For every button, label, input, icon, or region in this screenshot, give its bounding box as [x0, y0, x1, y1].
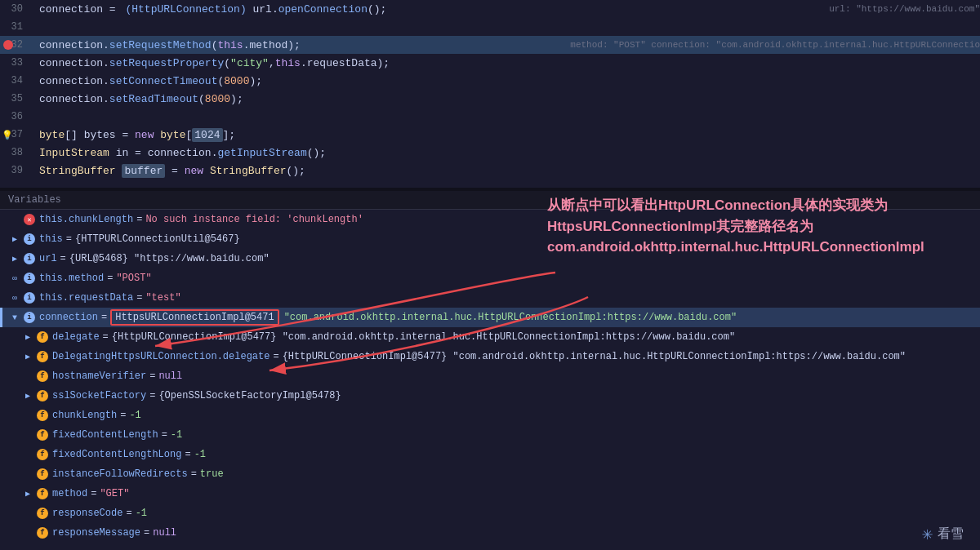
field-badge-icon: f [37, 488, 48, 499]
var-val: "POST" [116, 273, 151, 284]
expand-arrow[interactable]: ∞ [12, 274, 24, 283]
expand-arrow[interactable]: ∞ [12, 294, 24, 303]
code-content: InputStream in = connection.getInputStre… [33, 147, 980, 159]
code-content: connection.setRequestProperty("city",thi… [33, 57, 980, 69]
var-val: -1 [171, 429, 182, 441]
var-item-fixedContentLengthLong[interactable]: ffixedContentLengthLong = -1 [0, 445, 980, 464]
info-badge-icon: i [24, 233, 35, 245]
var-name: DelegatingHttpsURLConnection.delegate [52, 351, 270, 362]
field-badge-icon: f [37, 429, 48, 441]
var-val: null [158, 370, 182, 382]
code-line-36: 36 [0, 108, 980, 126]
info-badge-icon: i [24, 253, 35, 264]
var-item-method2[interactable]: ▶fmethod = "GET" [0, 484, 980, 503]
var-item-hostnameVerifier[interactable]: fhostnameVerifier = null [0, 366, 980, 386]
expand-arrow[interactable]: ▶ [12, 254, 24, 264]
error-badge-icon: ✕ [24, 214, 35, 225]
var-eq: = [136, 292, 142, 304]
code-content: connection.setConnectTimeout(8000); [33, 75, 980, 87]
field-badge-icon: f [37, 449, 48, 460]
var-eq: = [66, 233, 72, 245]
field-badge-icon: f [37, 508, 48, 519]
code-line-31: 31 [0, 18, 980, 36]
variables-panel: Variables ✕this.chunkLength = No such in… [0, 191, 980, 550]
expand-arrow[interactable]: ▶ [12, 234, 24, 244]
expand-arrow[interactable]: ▼ [12, 313, 24, 322]
var-item-requestData[interactable]: ∞ithis.requestData = "test" [0, 288, 980, 308]
var-item-url[interactable]: ▶iurl = {URL@5468} "https://www.baidu.co… [0, 249, 980, 268]
expand-arrow[interactable]: ▶ [25, 352, 37, 361]
field-badge-icon: f [37, 410, 48, 421]
var-val-right: "com.android.okhttp.internal.huc.HttpURL… [284, 312, 737, 323]
var-item-connection[interactable]: ▼iconnection = HttpsURLConnectionImpl@54… [0, 308, 980, 327]
var-name: delegate [52, 331, 100, 343]
code-content: byte[] bytes = new byte[1024]; [33, 129, 980, 141]
var-val: "GET" [100, 488, 129, 499]
expand-arrow[interactable]: ▶ [25, 391, 37, 401]
var-val: {HTTPURLConnectionUtil@5467} [75, 233, 240, 245]
field-badge-icon: f [37, 351, 48, 362]
code-line-33: 33 connection.setRequestProperty("city",… [0, 54, 980, 72]
code-line-32: 32 connection.setRequestMethod(this.meth… [0, 36, 980, 54]
var-eq: = [136, 214, 142, 225]
hint-icon: 💡 [2, 129, 13, 140]
watermark: ✳ 看雪 [922, 523, 964, 545]
var-item-responseMessage[interactable]: fresponseMessage = null [0, 523, 980, 543]
var-val: -1 [194, 449, 206, 460]
breakpoint-icon [3, 40, 13, 50]
code-content: StringBuffer buffer = new StringBuffer()… [33, 165, 980, 177]
var-item-instanceFollowRedirects[interactable]: finstanceFollowRedirects = true [0, 464, 980, 484]
var-eq: = [120, 410, 126, 421]
code-editor: 30 connection = (HttpURLConnection) url.… [0, 0, 980, 188]
field-badge-icon: f [37, 390, 48, 401]
var-val: "test" [145, 292, 180, 304]
var-val: {HttpURLConnectionImpl@5477} "com.androi… [112, 331, 735, 343]
var-item-delegate[interactable]: ▶fdelegate = {HttpURLConnectionImpl@5477… [0, 327, 980, 347]
variables-label: Variables [8, 194, 61, 206]
var-name: fixedContentLength [52, 429, 158, 441]
var-name: method [52, 488, 87, 499]
code-content: connection.setRequestMethod(this.method)… [33, 39, 554, 51]
var-val-left: HttpsURLConnectionImpl@5471 [110, 309, 278, 326]
expand-arrow[interactable]: ▶ [25, 332, 37, 342]
var-item-chunkLength[interactable]: fchunkLength = -1 [0, 406, 980, 425]
line-number: 36 [0, 111, 33, 122]
var-item-this[interactable]: ▶ithis = {HTTPURLConnectionUtil@5467} [0, 229, 980, 249]
info-badge-icon: i [24, 312, 35, 323]
var-eq: = [162, 429, 167, 441]
code-content: connection = (HttpURLConnection) url.ope… [33, 3, 813, 16]
var-item-responseCode[interactable]: fresponseCode = -1 [0, 503, 980, 523]
var-name: this [39, 233, 63, 245]
var-name: instanceFollowRedirects [52, 468, 188, 480]
watermark-text: 看雪 [938, 526, 964, 543]
var-val: {URL@5468} "https://www.baidu.com" [69, 253, 270, 264]
var-item-fixedContentLength[interactable]: ffixedContentLength = -1 [0, 425, 980, 445]
line-number: 38 [0, 147, 33, 158]
var-name: url [39, 253, 57, 264]
var-item-method[interactable]: ∞ithis.method = "POST" [0, 268, 980, 288]
debug-info: method: "POST" connection: "com.android.… [570, 40, 980, 50]
var-eq: = [185, 449, 190, 460]
var-item-sslSocketFactory[interactable]: ▶fsslSocketFactory = {OpenSSLSocketFacto… [0, 386, 980, 406]
expand-arrow[interactable]: ▶ [25, 489, 37, 499]
var-item-error-chunk[interactable]: ✕this.chunkLength = No such instance fie… [0, 210, 980, 229]
var-name: this.requestData [39, 292, 133, 304]
var-val: true [200, 468, 224, 480]
var-name: connection [39, 312, 98, 323]
var-eq: = [273, 351, 278, 362]
var-name: chunkLength [52, 410, 117, 421]
var-name: responseCode [52, 508, 122, 519]
code-content: connection.setReadTimeout(8000); [33, 93, 980, 105]
main-container: 30 connection = (HttpURLConnection) url.… [0, 0, 980, 550]
var-eq: = [107, 273, 113, 284]
var-eq: = [191, 468, 197, 480]
line-number: 39 [0, 165, 33, 176]
line-number: 31 [0, 21, 33, 33]
code-line-39: 39 StringBuffer buffer = new StringBuffe… [0, 162, 980, 180]
panel-header: Variables [0, 191, 980, 210]
var-item-delegating[interactable]: ▶fDelegatingHttpsURLConnection.delegate … [0, 347, 980, 366]
var-eq: = [91, 488, 96, 499]
info-badge-icon: i [24, 292, 35, 304]
line-number: 32 [0, 39, 33, 51]
field-badge-icon: f [37, 370, 48, 382]
